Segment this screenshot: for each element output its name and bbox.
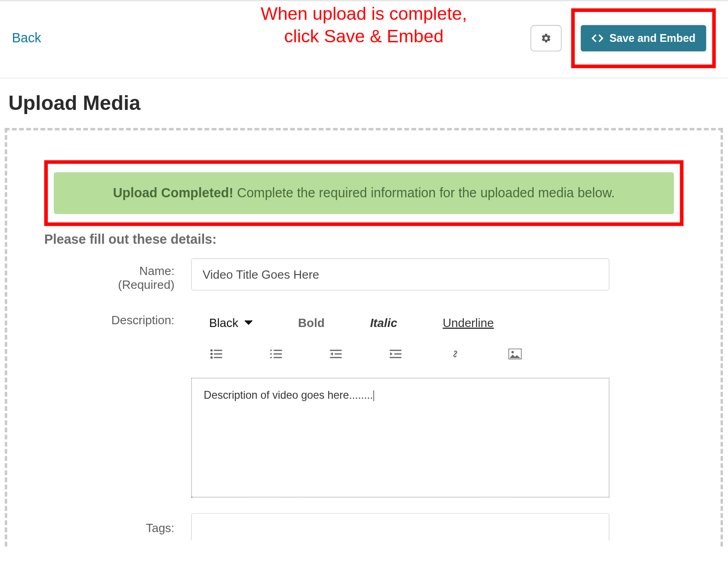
bold-button[interactable]: Bold [298,316,325,330]
svg-rect-7 [273,350,282,351]
gear-icon [540,33,551,44]
topbar: Back When upload is complete, click Save… [0,0,728,78]
upload-area: Upload Completed! Complete the required … [5,128,723,546]
svg-rect-8 [270,353,272,355]
description-row: Description: Black Bold Italic Underline [44,307,683,497]
save-button-label: Save and Embed [609,32,695,45]
list-ol-icon [270,349,282,359]
svg-point-0 [210,349,213,351]
text-cursor [374,390,374,401]
rte-toolbar: Black Bold Italic Underline [191,307,683,369]
indent-button[interactable] [388,347,403,361]
underline-button[interactable]: Underline [443,316,494,330]
svg-rect-12 [330,350,342,351]
description-label: Description: [111,313,174,327]
text-color-label: Black [209,316,239,330]
svg-rect-11 [273,357,282,358]
save-button-highlight: Save and Embed [571,8,716,68]
tags-input[interactable] [191,513,609,540]
chevron-down-icon [245,320,253,326]
svg-rect-17 [390,357,402,358]
svg-rect-3 [214,353,222,355]
text-color-dropdown[interactable]: Black [209,316,253,330]
svg-rect-5 [214,357,222,358]
outdent-button[interactable] [329,347,343,361]
svg-rect-10 [270,357,272,358]
alert-highlight: Upload Completed! Complete the required … [44,160,683,226]
list-ul-icon [210,349,222,359]
ordered-list-button[interactable] [269,347,283,361]
image-icon [508,349,522,359]
description-editor[interactable]: Description of video goes here........ [191,378,609,498]
svg-rect-1 [214,350,222,351]
name-required-label: (Required) [44,278,174,292]
page-title: Upload Media [0,78,728,128]
name-input[interactable] [191,258,609,291]
svg-rect-14 [330,357,342,358]
annotation-line2: click Save & Embed [261,25,467,47]
settings-button[interactable] [530,25,562,52]
tags-row: Tags: [44,513,683,540]
link-button[interactable] [448,347,462,361]
svg-rect-6 [270,350,272,351]
upload-complete-alert: Upload Completed! Complete the required … [54,172,674,214]
svg-rect-9 [273,353,282,355]
details-heading: Please fill out these details: [44,232,683,247]
description-content: Description of video goes here........ [204,389,373,401]
svg-rect-15 [390,350,402,351]
outdent-icon [330,349,342,359]
svg-point-4 [210,356,213,359]
svg-rect-16 [394,353,402,355]
instruction-annotation: When upload is complete, click Save & Em… [261,2,467,47]
svg-point-2 [210,353,213,355]
unordered-list-button[interactable] [209,347,223,361]
italic-button[interactable]: Italic [370,316,397,330]
code-icon [592,34,603,42]
save-and-embed-button[interactable]: Save and Embed [581,25,706,52]
name-row: Name: (Required) [44,258,683,292]
link-icon [449,348,461,360]
alert-text: Complete the required information for th… [233,185,615,201]
tags-label: Tags: [146,522,174,535]
name-label: Name: [139,264,175,278]
back-link[interactable]: Back [12,30,41,46]
alert-strong: Upload Completed! [113,185,233,201]
svg-point-19 [512,351,514,353]
annotation-line1: When upload is complete, [261,2,467,25]
indent-icon [390,349,402,359]
svg-rect-13 [335,353,342,355]
image-button[interactable] [508,347,522,361]
